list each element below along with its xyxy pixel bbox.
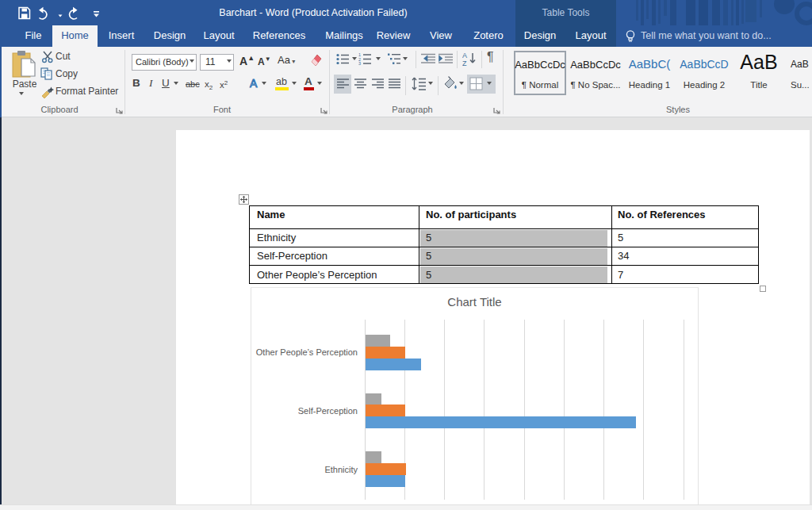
svg-text:A: A xyxy=(250,77,258,90)
svg-text:Z: Z xyxy=(462,59,467,67)
svg-text:3: 3 xyxy=(358,61,361,65)
svg-text:A: A xyxy=(462,52,467,59)
